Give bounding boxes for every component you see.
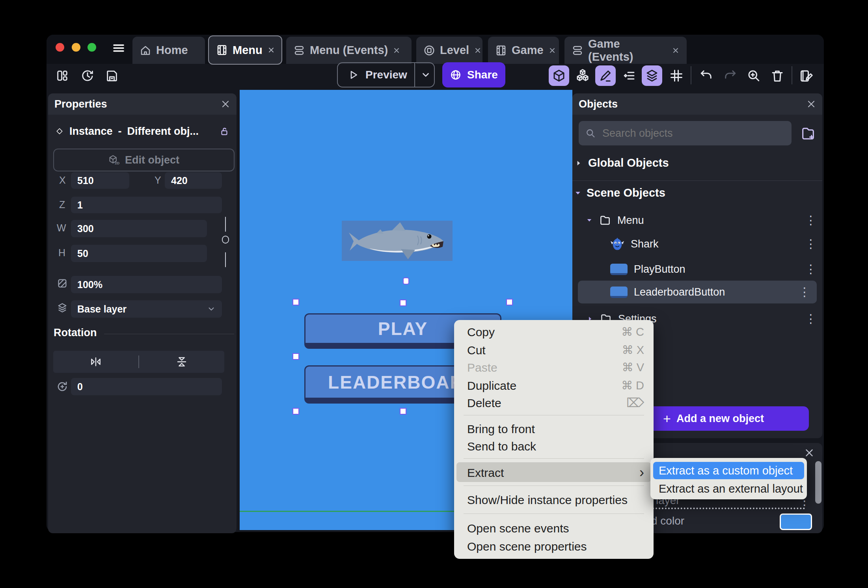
close-icon[interactable]: [804, 448, 814, 458]
tab-home[interactable]: Home: [132, 37, 205, 64]
w-field[interactable]: [71, 220, 207, 237]
flip-horizontal-icon: [89, 355, 102, 368]
object-shark-label: Shark: [631, 238, 659, 250]
opacity-field[interactable]: [71, 276, 222, 293]
flip-horizontal-button[interactable]: [53, 355, 138, 368]
menu-item-extract[interactable]: Extract: [467, 463, 504, 481]
row-menu-icon[interactable]: ⋮: [805, 214, 817, 226]
scene-objects-row[interactable]: Scene Objects: [574, 186, 665, 199]
object-folder-menu-row[interactable]: Menu ⋮: [586, 210, 817, 231]
flip-vertical-icon: [175, 355, 188, 368]
menu-item-copy[interactable]: Copy: [467, 323, 495, 341]
preview-split-divider: [414, 63, 415, 87]
close-icon[interactable]: [807, 99, 816, 109]
delete-key-icon: ⌦: [568, 394, 644, 412]
menu-item-open-scene-events[interactable]: Open scene events: [467, 519, 569, 537]
tab-close-icon[interactable]: [474, 47, 482, 54]
tab-close-icon[interactable]: [672, 47, 680, 54]
selection-handle-mid-left[interactable]: [292, 353, 299, 360]
row-menu-icon[interactable]: ⋮: [805, 238, 817, 250]
zoom-in-icon[interactable]: [743, 65, 764, 86]
tab-menu-events[interactable]: Menu (Events): [286, 37, 412, 64]
search-objects-input[interactable]: [602, 127, 773, 140]
row-menu-icon[interactable]: ⋮: [805, 263, 817, 275]
properties-panel: Properties Instance - Different obj... 2…: [48, 93, 237, 533]
objects-mode-icon[interactable]: [549, 65, 569, 86]
add-new-object-label: Add a new object: [676, 413, 764, 425]
menu-item-cut[interactable]: Cut: [467, 341, 486, 359]
tab-game-events[interactable]: Game (Events): [564, 37, 687, 64]
grid-icon[interactable]: [666, 65, 687, 86]
selection-handle-top-right[interactable]: [506, 299, 513, 305]
globe-icon: [450, 69, 462, 81]
tab-menu[interactable]: Menu: [208, 35, 282, 65]
search-objects-box[interactable]: [579, 121, 792, 145]
object-row-shark[interactable]: Shark ⋮: [610, 234, 817, 254]
tab-close-icon[interactable]: [393, 47, 400, 54]
edit-object-button[interactable]: 2D Edit object: [53, 149, 235, 171]
global-objects-label: Global Objects: [588, 156, 669, 169]
h-field[interactable]: [71, 245, 207, 262]
submenu-item-extract-external-layout[interactable]: Extract as an external layout: [653, 480, 804, 497]
play-icon: [347, 69, 359, 81]
rotation-field[interactable]: [71, 378, 222, 395]
y-field[interactable]: [165, 172, 222, 189]
h-label: H: [58, 247, 65, 259]
flip-toolbar: [53, 351, 224, 373]
save-icon[interactable]: [104, 68, 120, 84]
preview-button[interactable]: Preview: [337, 62, 435, 87]
object-row-leaderboardbutton[interactable]: LeaderboardButton ⋮: [578, 281, 817, 303]
menu-item-send-to-back[interactable]: Send to back: [467, 437, 536, 455]
trash-icon[interactable]: [767, 65, 788, 86]
flip-vertical-button[interactable]: [139, 355, 224, 368]
menu-item-duplicate[interactable]: Duplicate: [467, 377, 516, 394]
selection-handle-bottom-left[interactable]: [292, 408, 299, 415]
menu-item-open-scene-properties[interactable]: Open scene properties: [467, 538, 587, 555]
selection-handle-top-left[interactable]: [292, 299, 299, 305]
tab-close-icon[interactable]: [548, 47, 556, 54]
scrollbar-thumb[interactable]: [815, 461, 821, 504]
share-button[interactable]: Share: [442, 62, 505, 87]
menu-shortcut: ⌘ C: [568, 323, 644, 341]
layers-panel-icon[interactable]: [642, 65, 662, 86]
instance-properties-icon[interactable]: [619, 65, 639, 86]
tab-game[interactable]: Game: [488, 37, 559, 64]
row-menu-icon[interactable]: ⋮: [805, 313, 817, 325]
hamburger-menu-icon[interactable]: [112, 41, 126, 55]
row-menu-icon[interactable]: ⋮: [799, 286, 810, 298]
zoom-window-button[interactable]: [88, 43, 96, 52]
layer-select[interactable]: Base layer: [71, 300, 222, 318]
close-icon[interactable]: [221, 99, 230, 109]
history-icon[interactable]: [80, 68, 95, 84]
z-field[interactable]: [71, 197, 222, 213]
add-folder-icon[interactable]: [800, 126, 816, 141]
shark-sprite[interactable]: [342, 221, 453, 261]
unlock-icon[interactable]: [219, 126, 229, 136]
w-label: W: [57, 222, 66, 234]
tab-level[interactable]: Level: [416, 37, 482, 64]
object-row-playbutton[interactable]: PlayButton ⋮: [610, 259, 817, 279]
play-button-label: PLAY: [378, 318, 428, 339]
selection-handle-top-center[interactable]: [400, 300, 406, 306]
edit-mode-pencil-icon[interactable]: [595, 65, 616, 86]
undo-icon[interactable]: [696, 65, 717, 86]
chevron-down-icon[interactable]: [421, 70, 431, 80]
redo-icon[interactable]: [720, 65, 740, 86]
aspect-link-icon[interactable]: [221, 216, 230, 268]
tab-close-icon[interactable]: [267, 46, 275, 54]
instances-icon[interactable]: [572, 65, 593, 86]
background-color-swatch[interactable]: [780, 514, 812, 530]
scene-properties-icon[interactable]: [796, 65, 817, 86]
menu-item-bring-to-front[interactable]: Bring to front: [467, 420, 535, 438]
x-field[interactable]: [71, 172, 129, 189]
menu-item-paste[interactable]: Paste: [467, 359, 497, 376]
rotate-handle[interactable]: [403, 277, 409, 285]
menu-item-show-hide-instance-properties[interactable]: Show/Hide instance properties: [467, 491, 628, 509]
submenu-item-extract-custom-object[interactable]: Extract as a custom object: [653, 462, 804, 479]
minimize-window-button[interactable]: [72, 43, 80, 52]
close-window-button[interactable]: [56, 43, 64, 52]
selection-handle-bottom-center[interactable]: [400, 408, 406, 415]
menu-item-delete[interactable]: Delete: [467, 394, 501, 412]
global-objects-row[interactable]: Global Objects: [575, 156, 669, 169]
open-projects-icon[interactable]: [54, 68, 70, 84]
